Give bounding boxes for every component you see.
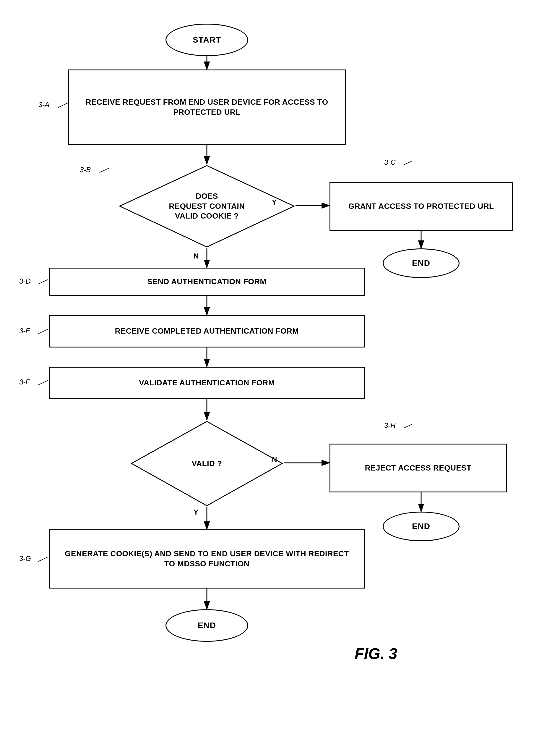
end-final-shape: END	[165, 609, 248, 642]
label-3b: 3-B	[80, 165, 91, 174]
step-3g-box: GENERATE COOKIE(S) AND SEND TO END USER …	[49, 529, 365, 589]
label-3e: 3-E	[19, 327, 30, 335]
label-3d: 3-D	[19, 277, 31, 285]
diamond-3b: DOES REQUEST CONTAIN VALID COOKIE ?	[118, 164, 295, 249]
diamond-valid: VALID ?	[130, 420, 284, 507]
step-3a-label: RECEIVE REQUEST FROM END USER DEVICE FOR…	[78, 97, 336, 117]
step-3f-box: VALIDATE AUTHENTICATION FORM	[49, 367, 365, 399]
step-3d-box: SEND AUTHENTICATION FORM	[49, 268, 365, 296]
step-3a-box: RECEIVE REQUEST FROM END USER DEVICE FOR…	[68, 70, 346, 145]
arrow-label-y-3b: Y	[272, 198, 276, 206]
step-3f-label: VALIDATE AUTHENTICATION FORM	[139, 378, 274, 388]
diamond-valid-text: VALID ?	[192, 459, 222, 469]
arrow-label-n-3b: N	[193, 252, 199, 260]
start-shape: START	[165, 24, 248, 56]
label-3h: 3-H	[384, 421, 396, 430]
step-3g-label: GENERATE COOKIE(S) AND SEND TO END USER …	[60, 549, 354, 569]
end-3h-label: END	[412, 522, 430, 531]
step-3c-label: GRANT ACCESS TO PROTECTED URL	[348, 201, 494, 212]
label-3c: 3-C	[384, 158, 396, 166]
step-3e-box: RECEIVE COMPLETED AUTHENTICATION FORM	[49, 315, 365, 348]
step-3h-box: REJECT ACCESS REQUEST	[330, 443, 507, 492]
arrow-label-y-valid: Y	[193, 508, 198, 516]
diamond-3b-text: DOES REQUEST CONTAIN VALID COOKIE ?	[169, 191, 245, 221]
flowchart-diagram: START RECEIVE REQUEST FROM END USER DEVI…	[0, 0, 560, 750]
end-3c-label: END	[412, 258, 430, 268]
end-final-label: END	[198, 621, 216, 630]
arrow-label-n-valid: N	[272, 455, 277, 464]
step-3h-label: REJECT ACCESS REQUEST	[365, 463, 472, 473]
step-3d-label: SEND AUTHENTICATION FORM	[147, 277, 266, 287]
label-3a: 3-A	[38, 101, 49, 109]
step-3e-label: RECEIVE COMPLETED AUTHENTICATION FORM	[115, 326, 299, 336]
end-3h-shape: END	[383, 512, 459, 541]
start-label: START	[193, 35, 221, 45]
label-3f: 3-F	[19, 378, 30, 386]
label-3g: 3-G	[19, 554, 31, 563]
step-3c-box: GRANT ACCESS TO PROTECTED URL	[330, 182, 513, 231]
end-3c-shape: END	[383, 249, 459, 278]
fig-label: FIG. 3	[355, 645, 397, 663]
